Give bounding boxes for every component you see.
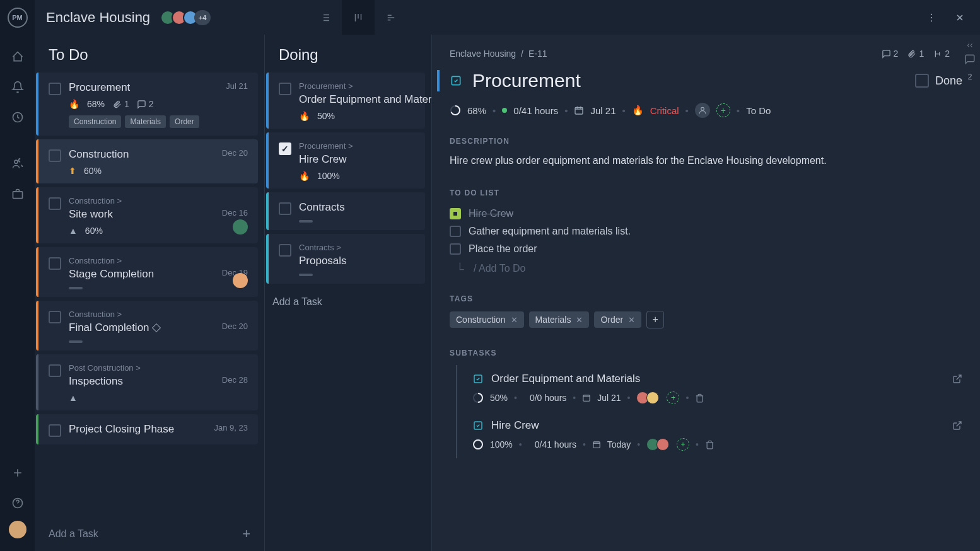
plus-icon[interactable]: + <box>242 526 250 542</box>
task-checkbox[interactable] <box>49 257 61 270</box>
todo-checkbox[interactable] <box>450 243 461 255</box>
external-link-icon[interactable] <box>952 374 962 384</box>
bell-icon[interactable] <box>5 74 30 100</box>
subtask-title: Order Equipment and Materials <box>491 373 945 385</box>
task-card[interactable]: Construction > Stage CompletionDec 19 <box>36 247 258 297</box>
crumb-project[interactable]: Enclave Housing <box>450 49 516 59</box>
add-assignee-button[interactable]: + <box>677 438 689 451</box>
todo-item[interactable]: Gather equipment and materials list. <box>450 223 962 240</box>
remove-tag-icon[interactable]: ✕ <box>628 315 635 325</box>
crumb-id[interactable]: E-11 <box>528 49 547 59</box>
side-comment-count: 2 <box>964 72 976 81</box>
list-view-tab[interactable] <box>309 0 342 35</box>
task-checkbox[interactable] <box>279 202 291 215</box>
task-checkbox[interactable]: ✓ <box>279 142 291 155</box>
flame-icon: 🔥 <box>69 99 79 109</box>
task-checkbox[interactable] <box>49 424 61 437</box>
external-link-icon[interactable] <box>952 420 962 431</box>
add-task-label: Add a Task <box>272 296 322 308</box>
svg-point-18 <box>474 440 482 449</box>
todo-item[interactable]: Place the order <box>450 240 962 258</box>
svg-rect-2 <box>13 192 22 199</box>
task-checkbox[interactable] <box>279 244 291 257</box>
todo-item[interactable]: Hire Crew <box>450 205 962 223</box>
task-card[interactable]: Construction > Site workDec 16 ▲60% <box>36 187 258 243</box>
trash-icon[interactable] <box>705 440 715 450</box>
task-checkbox[interactable] <box>49 311 61 323</box>
detail-date[interactable]: Jul 21 <box>590 105 615 116</box>
briefcase-icon[interactable] <box>5 182 30 207</box>
detail-tag[interactable]: Order✕ <box>594 311 641 328</box>
task-card[interactable]: Project Closing PhaseJan 9, 23 <box>36 414 258 444</box>
app-logo[interactable]: PM <box>8 8 28 28</box>
detail-title[interactable]: Procurement <box>472 70 581 91</box>
detail-tag[interactable]: Construction✕ <box>450 311 524 328</box>
stat-attachments[interactable]: 1 <box>907 49 924 59</box>
task-card[interactable]: Contracts > Proposals <box>266 234 425 284</box>
done-checkbox[interactable] <box>915 74 929 88</box>
svg-rect-15 <box>583 395 590 401</box>
add-todo-input[interactable]: / Add To Do <box>450 263 962 274</box>
task-card[interactable]: ✓ Procurement > Hire Crew 🔥100% <box>266 132 425 188</box>
plus-icon[interactable] <box>5 460 30 485</box>
diamond-icon <box>151 323 160 332</box>
remove-tag-icon[interactable]: ✕ <box>511 315 518 325</box>
task-checkbox[interactable] <box>49 83 61 95</box>
collapse-panel[interactable]: ‹‹ 2 <box>964 40 976 81</box>
stat-comments[interactable]: 2 <box>882 49 899 59</box>
task-card[interactable]: Contracts <box>266 192 425 230</box>
detail-priority[interactable]: Critical <box>650 105 679 116</box>
task-title: Procurement <box>69 81 130 94</box>
detail-status[interactable]: To Do <box>746 105 771 116</box>
todo-checkbox[interactable] <box>450 226 461 237</box>
task-card[interactable]: ProcurementJul 21 🔥68% 1 2 Construction … <box>36 72 258 136</box>
detail-tag[interactable]: Materials✕ <box>529 311 590 328</box>
close-icon[interactable] <box>951 9 969 26</box>
task-card[interactable]: Post Construction > InspectionsDec 28 ▲ <box>36 354 258 410</box>
svg-point-11 <box>701 107 704 110</box>
more-menu-icon[interactable] <box>922 8 941 27</box>
current-user-avatar[interactable] <box>9 521 26 538</box>
description-text[interactable]: Hire crew plus order equipment and mater… <box>450 153 962 168</box>
subtask-item[interactable]: Order Equipment and Materials 50%• 0/0 h… <box>456 365 962 412</box>
task-title: Proposals <box>299 255 415 267</box>
home-icon[interactable] <box>5 44 30 69</box>
add-tag-button[interactable]: + <box>646 311 664 328</box>
stat-subtasks[interactable]: 2 <box>933 49 950 59</box>
task-checkbox[interactable] <box>279 83 291 95</box>
task-card[interactable]: Construction > Final Completion Dec 20 <box>36 301 258 351</box>
subtask-percent: 50% <box>490 393 508 403</box>
svg-point-4 <box>931 13 932 14</box>
add-assignee-button[interactable]: + <box>716 103 730 117</box>
gantt-view-tab[interactable] <box>375 0 407 35</box>
add-task-footer[interactable]: Add a Task <box>265 287 429 316</box>
assignee-avatar[interactable] <box>233 219 248 235</box>
task-checkbox[interactable] <box>49 197 61 210</box>
todo-checkbox[interactable] <box>450 208 461 219</box>
assignee-avatar[interactable] <box>233 273 248 288</box>
breadcrumb[interactable]: Enclave Housing / E-11 <box>450 49 547 59</box>
subtask-assignees[interactable] <box>646 438 669 451</box>
done-toggle[interactable]: Done <box>915 74 962 88</box>
add-task-footer[interactable]: Add a Task + <box>35 517 264 551</box>
task-tag: Order <box>170 115 199 128</box>
task-card[interactable]: ConstructionDec 20 ⬆60% <box>36 139 258 183</box>
task-percent: 60% <box>84 166 102 176</box>
trash-icon[interactable] <box>695 393 704 403</box>
task-card[interactable]: Procurement > Order Equipment and Materi… <box>266 72 425 129</box>
detail-hours[interactable]: 0/41 hours <box>513 105 558 116</box>
task-checkbox[interactable] <box>49 149 61 162</box>
help-icon[interactable] <box>5 490 30 516</box>
add-assignee-button[interactable]: + <box>667 392 679 404</box>
people-icon[interactable] <box>5 151 30 177</box>
project-members[interactable]: +4 <box>160 10 211 25</box>
assignee-placeholder[interactable] <box>695 103 710 118</box>
task-tag: Construction <box>69 115 121 128</box>
clock-icon[interactable] <box>5 105 30 130</box>
board-view-tab[interactable] <box>342 0 375 35</box>
subtask-assignees[interactable] <box>636 392 659 404</box>
task-title: Site work <box>69 208 113 221</box>
subtask-item[interactable]: Hire Crew 100%• 0/41 hours• Today• +• <box>456 412 962 458</box>
task-checkbox[interactable] <box>49 364 61 377</box>
remove-tag-icon[interactable]: ✕ <box>576 315 583 325</box>
